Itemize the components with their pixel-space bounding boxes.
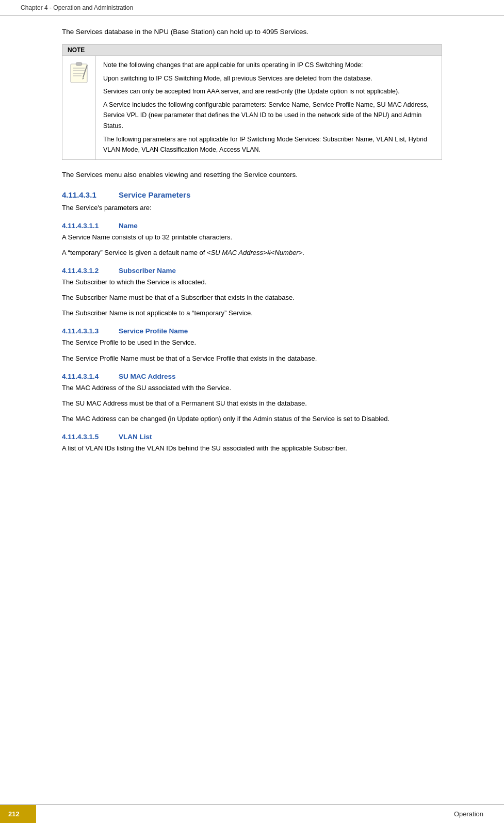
subsection-4-11-4-3-1-4: 4.11.4.3.1.4 SU MAC Address (62, 373, 442, 380)
section-4-11-4-3-1: 4.11.4.3.1 Service Parameters (62, 190, 442, 199)
page-number: 212 (0, 805, 36, 823)
page-header: Chapter 4 - Operation and Administration (0, 0, 504, 16)
subsec-0-para-1: A “temporary” Service is given a default… (62, 247, 442, 259)
note-label: NOTE (62, 45, 442, 56)
section-intro: The Service's parameters are: (62, 202, 442, 214)
chapter-title: Chapter 4 - Operation and Administration (21, 4, 133, 11)
main-content: The Services database in the NPU (Base S… (0, 16, 504, 499)
note-text-content: Note the following changes that are appl… (96, 56, 442, 159)
note-body: Note the following changes that are appl… (62, 56, 442, 159)
footer-label: Operation (36, 810, 504, 818)
note-icon-area (62, 56, 96, 159)
subsec-0-para-0: A Service Name consists of up to 32 prin… (62, 232, 442, 243)
subsection-4-11-4-3-1-3: 4.11.4.3.1.3 Service Profile Name (62, 327, 442, 335)
subsec-2-para-1: The Service Profile Name must be that of… (62, 353, 442, 364)
subsec-3-para-2: The MAC Address can be changed (in Updat… (62, 413, 442, 425)
note-box: NOTE (62, 44, 442, 160)
subsec-number-4: 4.11.4.3.1.5 (62, 433, 119, 441)
section-number-main: 4.11.4.3.1 (62, 190, 119, 199)
subsec-1-para-0: The Subscriber to which the Service is a… (62, 277, 442, 288)
notepad-icon (69, 61, 89, 84)
note-line-4: The following parameters are not applica… (103, 134, 434, 155)
subsec-1-para-2: The Subscriber Name is not applicable to… (62, 308, 442, 319)
subsec-number-1: 4.11.4.3.1.2 (62, 267, 119, 275)
subsec-4-para-0: A list of VLAN IDs listing the VLAN IDs … (62, 443, 442, 454)
subsec-title-1: Subscriber Name (119, 267, 176, 275)
page-footer: 212 Operation (0, 804, 504, 823)
note-line-3: A Service includes the following configu… (103, 100, 434, 132)
subsection-4-11-4-3-1-5: 4.11.4.3.1.5 VLAN List (62, 433, 442, 441)
subsec-title-4: VLAN List (119, 433, 152, 441)
note-line-0: Note the following changes that are appl… (103, 60, 434, 71)
subsec-number-0: 4.11.4.3.1.1 (62, 222, 119, 230)
subsec-number-3: 4.11.4.3.1.4 (62, 373, 119, 380)
subsection-4-11-4-3-1-1: 4.11.4.3.1.1 Name (62, 222, 442, 230)
intro-line2: The Services menu also enables viewing a… (62, 169, 442, 181)
intro-line1: The Services database in the NPU (Base S… (62, 26, 442, 38)
subsec-3-para-1: The SU MAC Address must be that of a Per… (62, 398, 442, 409)
subsec-1-para-1: The Subscriber Name must be that of a Su… (62, 292, 442, 303)
note-line-2: Services can only be accepted from AAA s… (103, 86, 434, 97)
subsec-title-0: Name (119, 222, 138, 230)
subsection-4-11-4-3-1-2: 4.11.4.3.1.2 Subscriber Name (62, 267, 442, 275)
subsec-title-3: SU MAC Address (119, 373, 176, 380)
subsec-title-2: Service Profile Name (119, 327, 188, 335)
section-title-main: Service Parameters (119, 190, 190, 199)
subsec-3-para-0: The MAC Address of the SU associated wit… (62, 382, 442, 394)
subsec-number-2: 4.11.4.3.1.3 (62, 327, 119, 335)
subsec-2-para-0: The Service Profile to be used in the Se… (62, 337, 442, 348)
note-line-1: Upon switching to IP CS Switching Mode, … (103, 73, 434, 84)
svg-rect-7 (76, 62, 82, 66)
